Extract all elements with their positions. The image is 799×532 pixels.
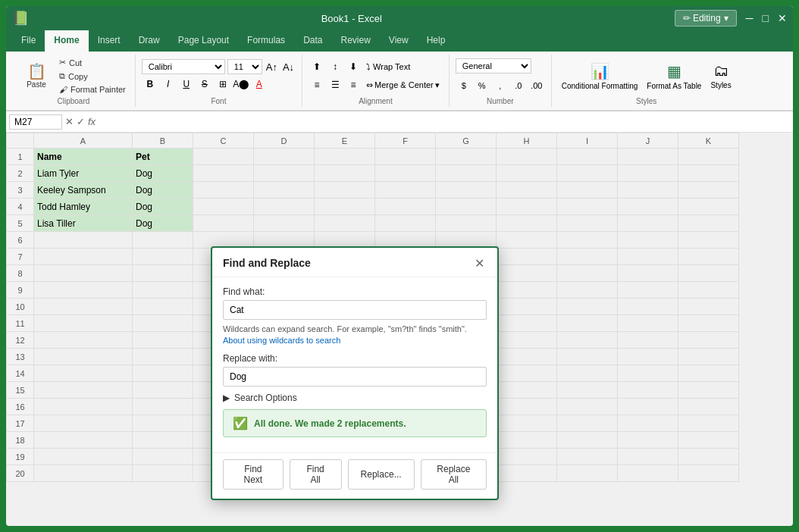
cell[interactable] — [133, 365, 193, 382]
percent-button[interactable]: % — [474, 77, 490, 94]
row-header-9[interactable]: 9 — [7, 282, 34, 299]
cell[interactable] — [557, 232, 618, 249]
font-size-select[interactable]: 11 — [227, 59, 262, 74]
cell[interactable] — [618, 465, 678, 482]
merge-center-button[interactable]: ⇔ Merge & Center ▾ — [363, 77, 443, 93]
cell[interactable] — [618, 332, 678, 349]
cell[interactable] — [133, 432, 193, 449]
wildcard-link[interactable]: About using wildcards to search — [223, 336, 340, 345]
cell[interactable] — [133, 399, 193, 415]
format-painter-button[interactable]: 🖌 Format Painter — [56, 83, 129, 95]
cell[interactable] — [497, 265, 557, 282]
cell[interactable] — [497, 315, 557, 332]
cell[interactable] — [678, 332, 739, 349]
cell[interactable] — [678, 399, 739, 415]
cell[interactable] — [34, 315, 133, 332]
cell[interactable] — [678, 232, 739, 249]
confirm-formula-icon[interactable]: ✓ — [77, 116, 85, 127]
cell[interactable] — [34, 265, 133, 282]
cell[interactable] — [678, 465, 739, 482]
align-right-button[interactable]: ≡ — [345, 77, 362, 93]
cell[interactable] — [497, 199, 557, 215]
maximize-icon[interactable]: □ — [763, 12, 769, 24]
cell[interactable] — [133, 299, 193, 315]
close-icon[interactable]: ✕ — [778, 12, 787, 24]
cell[interactable] — [557, 465, 618, 482]
cell[interactable] — [678, 182, 739, 199]
cell[interactable] — [618, 282, 678, 299]
col-header-b[interactable]: B — [133, 133, 193, 149]
row-header-12[interactable]: 12 — [7, 332, 34, 349]
cell[interactable] — [133, 265, 193, 282]
cell[interactable] — [678, 365, 739, 382]
tab-insert[interactable]: Insert — [89, 30, 130, 52]
tab-view[interactable]: View — [380, 30, 418, 52]
cell[interactable] — [557, 365, 618, 382]
cell[interactable] — [375, 182, 436, 199]
cell[interactable] — [618, 382, 678, 399]
replace-all-button[interactable]: Replace All — [421, 459, 487, 490]
row-header-11[interactable]: 11 — [7, 315, 34, 332]
align-bottom-button[interactable]: ⬇ — [345, 58, 362, 75]
cell[interactable]: Keeley Sampson — [34, 182, 133, 199]
cell[interactable] — [557, 315, 618, 332]
cell[interactable] — [254, 182, 315, 199]
cell[interactable] — [34, 432, 133, 449]
strikethrough-button[interactable]: S — [196, 76, 213, 92]
cell[interactable] — [34, 415, 133, 432]
function-icon[interactable]: fx — [88, 116, 96, 127]
cell[interactable] — [557, 249, 618, 265]
cell[interactable] — [497, 182, 557, 199]
row-header-19[interactable]: 19 — [7, 449, 34, 465]
cell[interactable] — [34, 382, 133, 399]
decrease-decimal-button[interactable]: .0 — [510, 77, 527, 94]
row-header-17[interactable]: 17 — [7, 415, 34, 432]
number-format-select[interactable]: General — [456, 58, 531, 74]
cell[interactable] — [133, 449, 193, 465]
cell[interactable] — [34, 465, 133, 482]
cell[interactable]: Todd Hamley — [34, 199, 133, 215]
search-options-toggle[interactable]: ▶ Search Options — [223, 393, 487, 403]
row-header-20[interactable]: 20 — [7, 465, 34, 482]
find-input[interactable] — [223, 300, 487, 320]
row-header-5[interactable]: 5 — [7, 215, 34, 232]
col-header-k[interactable]: K — [678, 133, 739, 149]
row-header-10[interactable]: 10 — [7, 299, 34, 315]
cell[interactable] — [557, 449, 618, 465]
row-header-4[interactable]: 4 — [7, 199, 34, 215]
underline-button[interactable]: U — [178, 76, 195, 92]
cell[interactable] — [193, 165, 254, 182]
cell[interactable] — [618, 432, 678, 449]
find-all-button[interactable]: Find All — [290, 459, 342, 490]
cell[interactable] — [678, 415, 739, 432]
cell[interactable] — [497, 365, 557, 382]
border-button[interactable]: ⊞ — [215, 76, 231, 92]
cell[interactable] — [618, 232, 678, 249]
formula-input[interactable] — [99, 115, 790, 129]
cell[interactable] — [678, 282, 739, 299]
tab-review[interactable]: Review — [331, 30, 379, 52]
cell[interactable] — [375, 199, 436, 215]
cell[interactable] — [436, 199, 497, 215]
minimize-icon[interactable]: ─ — [746, 12, 754, 24]
cell[interactable] — [678, 432, 739, 449]
replace-button[interactable]: Replace... — [348, 459, 415, 490]
cell[interactable] — [193, 215, 254, 232]
cell[interactable] — [34, 449, 133, 465]
tab-formulas[interactable]: Formulas — [238, 30, 294, 52]
cell[interactable] — [497, 449, 557, 465]
cell[interactable]: Dog — [133, 199, 193, 215]
cell[interactable] — [678, 199, 739, 215]
cell[interactable] — [618, 165, 678, 182]
cell[interactable] — [678, 265, 739, 282]
cell[interactable] — [133, 382, 193, 399]
cell[interactable] — [678, 249, 739, 265]
tab-draw[interactable]: Draw — [130, 30, 169, 52]
currency-button[interactable]: $ — [456, 77, 472, 94]
cell[interactable] — [34, 399, 133, 415]
cell[interactable] — [618, 149, 678, 165]
cell[interactable] — [618, 349, 678, 365]
cell[interactable] — [497, 149, 557, 165]
cell[interactable] — [436, 149, 497, 165]
cell[interactable] — [557, 332, 618, 349]
